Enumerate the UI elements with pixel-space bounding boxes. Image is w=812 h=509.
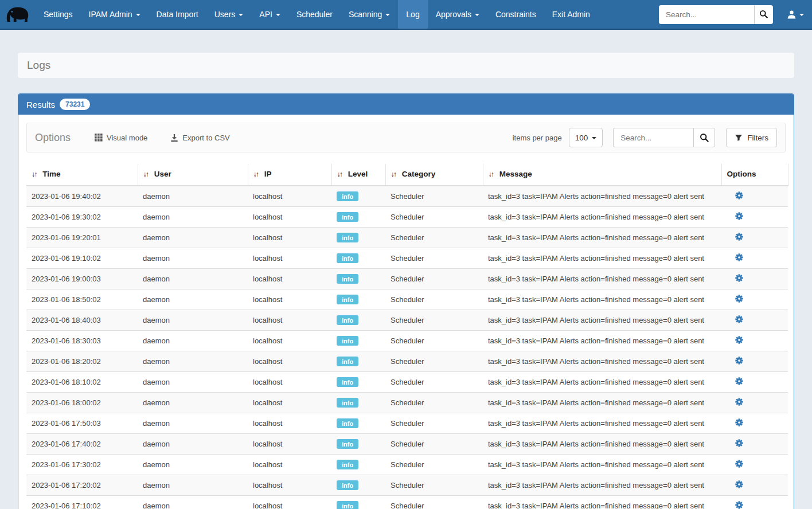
cell-time: 2023-01-06 19:10:02 [26, 248, 138, 269]
gear-icon [735, 253, 743, 261]
cell-level: info [331, 413, 385, 434]
row-options-button[interactable] [735, 480, 743, 488]
row-options-button[interactable] [735, 233, 743, 241]
row-options-button[interactable] [735, 253, 743, 261]
level-info-badge: info [337, 315, 358, 325]
cell-ip: localhost [248, 310, 331, 331]
row-options-button[interactable] [735, 212, 743, 220]
nav-menu-item-label: Settings [44, 10, 73, 19]
cell-user: daemon [138, 434, 248, 455]
cell-level: info [331, 248, 385, 269]
cell-options [721, 310, 788, 331]
cell-level: info [331, 351, 385, 372]
page-title-text: Logs [27, 59, 50, 71]
nav-menu-item-label: Scanning [349, 10, 382, 19]
cell-ip: localhost [248, 455, 331, 475]
cell-message: task_id=3 task=IPAM Alerts action=finish… [483, 269, 721, 289]
row-options-button[interactable] [735, 377, 743, 385]
cell-level: info [331, 269, 385, 289]
row-options-button[interactable] [735, 398, 743, 406]
cell-message: task_id=3 task=IPAM Alerts action=finish… [483, 434, 721, 455]
nav-menu-item[interactable]: IPAM Admin [81, 0, 149, 29]
items-per-page-dropdown[interactable]: 100 [569, 128, 603, 147]
cell-category: Scheduler [385, 331, 483, 351]
cell-user: daemon [138, 269, 248, 289]
column-header[interactable]: ↓↑ Level [331, 164, 385, 186]
cell-message: task_id=3 task=IPAM Alerts action=finish… [483, 289, 721, 310]
nav-menu-item[interactable]: API [251, 0, 288, 29]
nav-menu-item[interactable]: Exit Admin [544, 0, 598, 29]
cell-category: Scheduler [385, 496, 483, 509]
nav-menu-item[interactable]: Users [206, 0, 252, 29]
column-header[interactable]: Options [721, 164, 788, 186]
cell-user: daemon [138, 455, 248, 475]
row-options-button[interactable] [735, 460, 743, 468]
log-table-header-row: ↓↑ Time ↓↑ User ↓↑ IP [26, 164, 788, 186]
chevron-down-icon [136, 14, 140, 16]
nav-menu-item[interactable]: Settings [36, 0, 81, 29]
nav-menu-item-label: Approvals [436, 10, 471, 19]
nav-menu-item-label: Constraints [495, 10, 536, 19]
nav-menu-item[interactable]: Data Import [149, 0, 206, 29]
gear-icon [735, 295, 743, 303]
row-options-button[interactable] [735, 501, 743, 509]
navbar-search-button[interactable] [754, 5, 773, 24]
table-search-group [613, 128, 715, 147]
sort-icon: ↓↑ [489, 170, 494, 178]
log-table-row: 2023-01-06 19:40:02 daemon localhost inf… [26, 186, 788, 207]
row-options-button[interactable] [735, 274, 743, 282]
export-csv-button[interactable]: Export to CSV [170, 134, 229, 142]
visual-mode-button[interactable]: Visual mode [95, 134, 147, 142]
column-header[interactable]: ↓↑ User [138, 164, 248, 186]
column-header[interactable]: ↓↑ Time [26, 164, 138, 186]
cell-message: task_id=3 task=IPAM Alerts action=finish… [483, 475, 721, 496]
row-options-button[interactable] [735, 418, 743, 426]
row-options-button[interactable] [735, 315, 743, 323]
cell-level: info [331, 331, 385, 351]
row-options-button[interactable] [735, 357, 743, 365]
cell-ip: localhost [248, 413, 331, 434]
row-options-button[interactable] [735, 191, 743, 199]
log-table-row: 2023-01-06 18:40:03 daemon localhost inf… [26, 310, 788, 331]
chevron-down-icon [276, 14, 280, 16]
column-header[interactable]: ↓↑ Message [483, 164, 721, 186]
cell-user: daemon [138, 228, 248, 248]
page-title: Logs [18, 53, 794, 78]
column-header[interactable]: ↓↑ Category [385, 164, 483, 186]
filters-label: Filters [747, 134, 768, 142]
cell-ip: localhost [248, 207, 331, 228]
cell-ip: localhost [248, 331, 331, 351]
cell-category: Scheduler [385, 351, 483, 372]
cell-options [721, 331, 788, 351]
gear-icon [735, 501, 743, 509]
cell-category: Scheduler [385, 393, 483, 413]
table-search-button[interactable] [693, 128, 715, 147]
cell-ip: localhost [248, 434, 331, 455]
nav-menu-item[interactable]: Constraints [487, 0, 544, 29]
level-info-badge: info [337, 501, 358, 509]
cell-message: task_id=3 task=IPAM Alerts action=finish… [483, 372, 721, 393]
navbar-search-input[interactable] [659, 5, 754, 24]
search-icon [759, 10, 768, 19]
table-search-input[interactable] [613, 128, 693, 147]
nav-menu-item[interactable]: Scanning [341, 0, 398, 29]
row-options-button[interactable] [735, 439, 743, 447]
cell-level: info [331, 186, 385, 207]
level-info-badge: info [337, 295, 358, 304]
column-header[interactable]: ↓↑ IP [248, 164, 331, 186]
nav-menu-item[interactable]: Approvals [428, 0, 487, 29]
results-panel-body: Options Visual mode Export to CSV [18, 115, 794, 509]
nav-menu-item-label: Data Import [157, 10, 198, 19]
cell-level: info [331, 434, 385, 455]
nav-menu-item[interactable]: Scheduler [288, 0, 341, 29]
user-menu[interactable] [779, 0, 812, 29]
nav-menu-item[interactable]: Log [398, 0, 427, 29]
row-options-button[interactable] [735, 336, 743, 344]
cell-options [721, 393, 788, 413]
gear-icon [735, 336, 743, 344]
phpipam-elephant-logo[interactable] [0, 0, 36, 29]
row-options-button[interactable] [735, 295, 743, 303]
filters-button[interactable]: Filters [726, 128, 777, 147]
cell-message: task_id=3 task=IPAM Alerts action=finish… [483, 351, 721, 372]
cell-options [721, 475, 788, 496]
